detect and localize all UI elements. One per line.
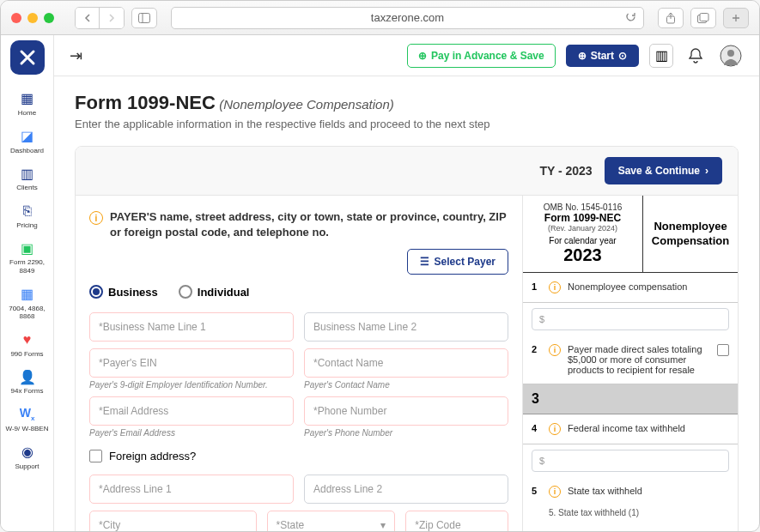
calendar-year-text: For calendar year: [528, 236, 637, 245]
ein-helper: Payer's 9-digit Employer Identification …: [89, 380, 294, 390]
calendar-year: 2023: [528, 245, 637, 265]
nav-7004[interactable]: ▦7004, 4868, 8868: [1, 281, 53, 326]
dashboard-icon: ◪: [19, 128, 36, 145]
nav-990[interactable]: ♥990 Forms: [1, 326, 53, 364]
radio-unchecked-icon: [179, 285, 192, 299]
foreign-address-checkbox[interactable]: Foreign address?: [89, 450, 508, 462]
irs-form-name: Form 1099-NEC: [528, 212, 637, 224]
nav-pricing[interactable]: ⎘Pricing: [1, 197, 53, 235]
info-icon: i: [549, 486, 561, 498]
document-icon: ⎘: [19, 203, 36, 220]
page-subtitle: (Nonemployee Compensation): [219, 97, 393, 112]
form-title: Nonemployee Compensation: [648, 220, 733, 249]
minimize-window-button[interactable]: [27, 13, 38, 23]
email-helper: Payer's Email Address: [89, 428, 294, 438]
email-input[interactable]: *Email Address: [89, 396, 294, 426]
menu-toggle-icon[interactable]: ⇥: [70, 46, 82, 65]
person-icon: 👤: [19, 368, 36, 385]
calendar-icon: ▦: [19, 286, 36, 303]
svg-rect-0: [139, 13, 150, 22]
box5-label: State tax withheld: [568, 486, 729, 496]
business-name-1-input[interactable]: *Business Name Line 1: [89, 312, 294, 342]
business-name-2-input[interactable]: Business Name Line 2: [304, 312, 508, 342]
svg-rect-4: [700, 13, 708, 21]
contact-name-input[interactable]: *Contact Name: [304, 348, 508, 378]
entity-business-radio[interactable]: Business: [89, 285, 158, 299]
chevron-down-icon: ▾: [380, 519, 386, 531]
zip-input[interactable]: *Zip Code: [405, 511, 508, 531]
nav-w9[interactable]: WxW-9/ W-8BEN: [1, 401, 53, 438]
nav-home[interactable]: ▦Home: [1, 85, 53, 123]
payer-info-text: PAYER'S name, street address, city or to…: [110, 209, 508, 240]
phone-input[interactable]: *Phone Number: [304, 396, 508, 426]
url-bar[interactable]: taxzerone.com: [171, 7, 644, 29]
omb-number: OMB No. 1545-0116: [528, 203, 637, 212]
url-text: taxzerone.com: [371, 11, 444, 24]
page-header: Form 1099-NEC (Nonemployee Compensation)…: [75, 92, 739, 130]
account-avatar[interactable]: [718, 43, 744, 69]
info-icon: i: [549, 423, 561, 435]
svg-point-6: [727, 50, 734, 57]
box4-label: Federal income tax withheld: [568, 423, 729, 433]
box-number: 4: [532, 423, 542, 433]
chevron-right-icon: ›: [705, 165, 708, 177]
box-number: 1: [532, 281, 542, 292]
form-card: TY - 2023 Save & Continue› i PAYER'S nam…: [75, 146, 739, 531]
new-tab-button[interactable]: [723, 8, 749, 28]
info-icon: i: [549, 344, 561, 356]
radio-checked-icon: [89, 285, 103, 299]
w-icon: Wx: [19, 406, 36, 423]
box2-checkbox[interactable]: [717, 344, 729, 356]
page-description: Enter the applicable information in the …: [75, 118, 739, 130]
box2-label: Payer made direct sales totaling $5,000 …: [568, 344, 710, 375]
pay-in-advance-button[interactable]: ⊕Pay in Advance & Save: [407, 44, 556, 68]
info-icon: i: [89, 211, 103, 225]
heart-icon: ♥: [19, 331, 36, 348]
revision-text: (Rev. January 2024): [528, 224, 637, 233]
tax-year-label: TY - 2023: [539, 164, 592, 178]
info-icon: i: [549, 281, 561, 293]
back-button[interactable]: [76, 8, 100, 28]
sidebar-toggle-icon[interactable]: [131, 8, 157, 28]
nav-dashboard[interactable]: ◪Dashboard: [1, 123, 53, 160]
browser-titlebar: taxzerone.com: [1, 1, 759, 35]
close-window-button[interactable]: [11, 13, 21, 23]
notifications-icon[interactable]: [684, 44, 708, 68]
payer-info-pane: i PAYER'S name, street address, city or …: [76, 196, 523, 531]
box-number: 5: [532, 486, 542, 496]
box1-input[interactable]: $: [532, 308, 729, 330]
grid-icon: ▦: [19, 90, 36, 107]
nav-form2290[interactable]: ▣Form 2290, 8849: [1, 234, 53, 280]
box1-label: Nonemployee compensation: [568, 281, 729, 292]
start-button[interactable]: ⊕Start⊙: [566, 45, 639, 67]
ein-input[interactable]: *Payer's EIN: [89, 348, 294, 378]
address-2-input[interactable]: Address Line 2: [304, 475, 508, 504]
address-1-input[interactable]: *Address Line 1: [89, 475, 294, 504]
nav-support[interactable]: ◉Support: [1, 438, 53, 476]
book-icon: ▥: [19, 165, 36, 182]
id-card-icon[interactable]: ▥: [649, 44, 673, 68]
nav-clients[interactable]: ▥Clients: [1, 160, 53, 197]
nav-94x[interactable]: 👤94x Forms: [1, 363, 53, 401]
help-icon: ◉: [19, 444, 36, 461]
select-payer-button[interactable]: ☰Select Payer: [407, 249, 508, 275]
phone-helper: Payer's Phone Number: [304, 428, 508, 438]
checkbox-icon: [89, 450, 102, 462]
contact-helper: Payer's Contact Name: [304, 380, 508, 390]
city-input[interactable]: *City: [89, 511, 257, 531]
forward-button[interactable]: [100, 8, 124, 28]
entity-individual-radio[interactable]: Individual: [179, 285, 250, 299]
app-sidebar: ▦Home ◪Dashboard ▥Clients ⎘Pricing ▣Form…: [1, 35, 54, 531]
share-icon[interactable]: [658, 8, 684, 28]
refresh-icon[interactable]: [625, 11, 636, 25]
irs-form-pane: OMB No. 1545-0116 Form 1099-NEC (Rev. Ja…: [523, 196, 738, 531]
tabs-icon[interactable]: [690, 8, 716, 28]
app-logo[interactable]: [10, 40, 45, 75]
box5-sublabel: 5. State tax withheld (1): [523, 506, 738, 524]
dollar-icon: ⊕: [418, 50, 427, 62]
page-title: Form 1099-NEC: [75, 92, 216, 113]
save-continue-button[interactable]: Save & Continue›: [605, 157, 722, 184]
maximize-window-button[interactable]: [44, 13, 54, 23]
box4-input[interactable]: $: [532, 450, 729, 472]
state-select[interactable]: *State▾: [267, 511, 396, 531]
